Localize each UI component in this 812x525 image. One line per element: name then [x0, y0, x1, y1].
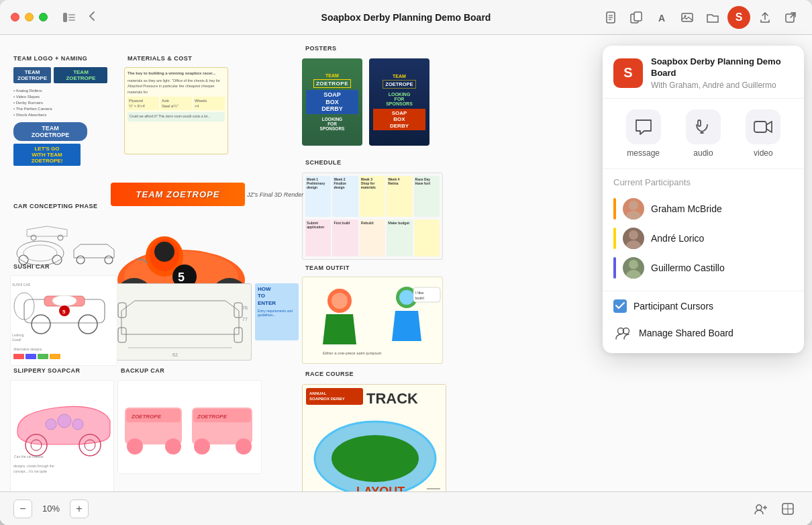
svg-point-103: [629, 230, 638, 240]
slippery-section: Can the car release designs, create thro…: [10, 380, 114, 494]
image-icon: [681, 11, 693, 23]
audio-icon: [686, 109, 721, 144]
manage-board-icon: [613, 324, 632, 342]
svg-point-69: [79, 315, 97, 334]
divider-1: [603, 291, 804, 291]
svg-text:62: 62: [172, 352, 178, 357]
collab-panel: S Soapbox Derby Planning Demo Board With…: [603, 46, 804, 353]
svg-rect-1: [68, 14, 75, 15]
external-link-button[interactable]: [780, 7, 801, 28]
message-button[interactable]: message: [621, 107, 666, 160]
svg-point-21: [58, 235, 63, 240]
guillermo-avatar: [623, 257, 644, 279]
back-button[interactable]: [83, 7, 101, 26]
backup-car-label: BACKUP CAR: [121, 367, 164, 374]
manage-shared-board-label: Manage Shared Board: [639, 328, 733, 338]
cursors-checkbox: [613, 299, 627, 313]
image-tool-button[interactable]: [676, 7, 698, 28]
sidebar-icon: [63, 13, 75, 22]
race-course-label: RACE COURSE: [305, 371, 354, 377]
user-avatar-button[interactable]: S: [727, 6, 750, 29]
svg-rect-42: [234, 328, 242, 342]
add-participant-button[interactable]: [750, 498, 772, 520]
svg-text:ZOETROPE: ZOETROPE: [131, 414, 162, 420]
backup-car-section: ZOETROPE ZOETROPE: [117, 380, 262, 474]
svg-point-82: [58, 414, 71, 428]
participant-guillermo[interactable]: Guillermo Castillo: [613, 253, 793, 283]
team-logo-label: TEAM LOGO + NAMING: [13, 55, 87, 62]
andre-name: André Lorico: [651, 233, 704, 244]
video-button[interactable]: video: [740, 107, 786, 160]
race-track-svg: ANNUAL SOAPBOX DERBY TRACK LAYOUT 0 100m: [303, 385, 446, 505]
schedule-label: SCHEDULE: [305, 159, 342, 166]
folder-icon: [707, 11, 719, 23]
comm-buttons: message audio: [603, 99, 804, 169]
participants-section: Current Participants Graham McBride: [603, 169, 804, 288]
zoom-in-button[interactable]: +: [70, 499, 89, 518]
backup-svg: ZOETROPE ZOETROPE: [118, 381, 262, 474]
outfit-section: Either a one-piece satin jumpsuit I like…: [302, 277, 443, 364]
svg-point-62: [332, 435, 419, 482]
posters-label: POSTERS: [305, 45, 337, 52]
svg-text:Can the car release: Can the car release: [14, 455, 44, 459]
svg-text:I like: I like: [415, 291, 424, 295]
svg-rect-40: [118, 328, 126, 342]
message-label: message: [627, 148, 660, 158]
folder-tool-button[interactable]: [702, 7, 723, 28]
maximize-button[interactable]: [39, 13, 48, 21]
close-button[interactable]: [11, 13, 19, 21]
guillermo-name: Guillermo Castillo: [651, 262, 725, 273]
svg-point-88: [127, 438, 143, 455]
video-icon: [746, 109, 780, 144]
board-icon: S: [613, 58, 643, 88]
svg-point-102: [629, 201, 638, 210]
svg-text:78: 78: [242, 305, 248, 310]
traffic-lights: [11, 13, 48, 21]
sushi-car-svg: 5 SUSHI CAR Looking Good!: [11, 276, 117, 343]
audio-button[interactable]: audio: [680, 107, 726, 160]
andre-indicator: [613, 228, 616, 249]
blueprint-svg: 62 77 78 19: [108, 284, 252, 361]
svg-text:both!: both!: [415, 296, 425, 300]
zoom-out-button[interactable]: −: [13, 499, 32, 518]
duplicate-tool-button[interactable]: [625, 7, 647, 28]
duplicate-icon: [630, 11, 642, 23]
team-logo-section: TEAMZOETROPE TEAMZOETROPE • Analog Rolle…: [13, 67, 114, 195]
svg-point-20: [31, 235, 36, 240]
svg-text:ZOETROPE: ZOETROPE: [197, 414, 227, 420]
slippery-label: SLIPPERY SOAPCAR: [13, 367, 81, 374]
zoom-control: − 10% +: [13, 499, 89, 518]
svg-text:TRACK: TRACK: [366, 390, 418, 407]
svg-text:Either a one-piece satin jumps: Either a one-piece satin jumpsuit: [323, 351, 381, 355]
svg-point-12: [684, 15, 687, 17]
text-tool-button[interactable]: A: [651, 7, 672, 28]
sidebar-toggle-button[interactable]: [58, 7, 80, 28]
poster-green: TEAM ZOETROPE SOAPBOXDERBY LOOKINGFORSPO…: [302, 58, 362, 146]
participant-andre[interactable]: André Lorico: [613, 224, 793, 253]
svg-point-18: [77, 256, 85, 264]
document-tool-button[interactable]: [600, 7, 621, 28]
manage-shared-board-row[interactable]: Manage Shared Board: [603, 318, 804, 348]
svg-rect-2: [68, 17, 75, 18]
participant-graham[interactable]: Graham McBride: [613, 194, 793, 224]
slippery-svg: Can the car release: [11, 381, 114, 461]
share-button[interactable]: [754, 7, 776, 28]
svg-point-15: [23, 245, 57, 261]
grid-view-button[interactable]: [777, 498, 799, 520]
andre-avatar: [623, 228, 644, 249]
participant-cursors-row[interactable]: Participant Cursors: [603, 294, 804, 318]
car-concepting-label: CAR CONCEPTING PHASE: [13, 203, 98, 209]
minimize-button[interactable]: [25, 13, 34, 21]
svg-rect-3: [68, 19, 75, 21]
add-participant-icon: [754, 503, 768, 515]
svg-point-71: [52, 295, 77, 306]
guillermo-indicator: [613, 257, 616, 279]
materials-section: The key to building a winning soapbox ra…: [124, 67, 228, 154]
svg-point-104: [629, 260, 638, 269]
svg-point-94: [236, 438, 252, 455]
back-icon: [89, 11, 95, 21]
svg-rect-0: [63, 13, 67, 22]
message-icon: [626, 109, 661, 144]
svg-point-93: [194, 438, 210, 455]
svg-text:Good!: Good!: [12, 338, 21, 342]
